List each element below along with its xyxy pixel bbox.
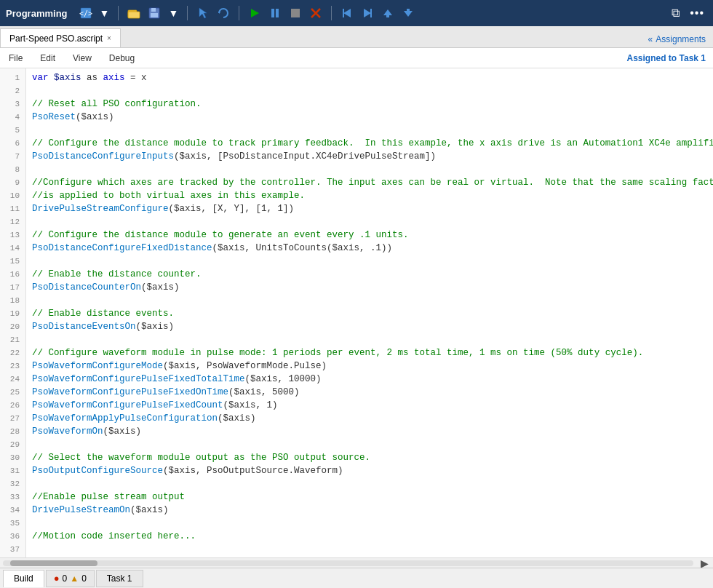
code-line-5[interactable] [32,124,713,137]
restore-window-btn[interactable]: ⧉ [669,5,682,21]
code-line-35[interactable] [32,517,713,530]
save-btn[interactable] [145,5,164,21]
step-up-btn[interactable] [378,5,397,21]
code-area[interactable]: 1234567891011121314151617181920212223242… [0,68,713,557]
tab-part-speed-pso[interactable]: Part-Speed PSO.ascript × [0,28,121,47]
save-dropdown-btn[interactable]: ▼ [165,6,181,20]
line-num-25: 25 [0,386,25,399]
line-num-31: 31 [0,464,25,477]
code-line-14[interactable]: PsoDistanceConfigureFixedDistance($axis,… [32,242,713,255]
code-line-23[interactable]: PsoWaveformConfigureMode($axis, PsoWavef… [32,359,713,373]
code-line-22[interactable]: // Configure waveform module in pulse mo… [32,346,713,359]
code-line-33[interactable]: //Enable pulse stream output [32,490,713,504]
line-num-10: 10 [0,189,25,202]
svg-rect-12 [291,9,300,17]
line-num-18: 18 [0,294,25,307]
task-tab[interactable]: Task 1 [96,570,143,587]
line-num-3: 3 [0,98,25,111]
code-line-11[interactable]: DrivePulseStreamConfigure($axis, [X, Y],… [32,202,713,215]
close-run-btn[interactable] [306,5,325,21]
tab-close-btn[interactable]: × [107,34,111,42]
line-num-11: 11 [0,202,25,215]
line-num-34: 34 [0,504,25,517]
code-line-19[interactable]: // Enable distance events. [32,307,713,320]
svg-marker-15 [343,9,351,17]
stop-btn[interactable] [286,5,305,21]
code-line-15[interactable] [32,255,713,268]
toolbar-script-group: </> ▼ [76,5,113,21]
toolbar-file-group: ▼ [124,5,181,21]
code-line-9[interactable]: //Configure which axes are tracked by th… [32,176,713,189]
code-line-36[interactable]: //Motion code inserted here... [32,530,713,543]
line-num-27: 27 [0,412,25,425]
code-line-34[interactable]: DrivePulseStreamOn($axis) [32,504,713,517]
title-bar: Programming </> ▼ ▼ [0,0,713,26]
svg-marker-21 [404,11,413,17]
code-line-3[interactable]: // Reset all PSO configuration. [32,98,713,111]
cursor-btn[interactable] [194,5,212,21]
step-back-btn[interactable] [338,5,356,21]
code-line-37[interactable] [32,543,713,556]
code-line-16[interactable]: // Enable the distance counter. [32,268,713,281]
code-line-10[interactable]: //is applied to both virtual axes in thi… [32,189,713,202]
more-options-btn[interactable]: ••• [687,5,707,21]
scrollbar-thumb[interactable] [10,560,97,566]
menu-edit[interactable]: Edit [31,50,64,66]
line-num-35: 35 [0,517,25,530]
code-content[interactable]: var $axis as axis = x // Reset all PSO c… [26,68,713,557]
code-line-8[interactable] [32,163,713,176]
pause-btn[interactable] [266,5,284,21]
code-line-30[interactable]: // Select the waveform module output as … [32,451,713,464]
play-btn[interactable] [245,5,264,21]
build-tab[interactable]: Build [3,570,44,587]
script-icon-btn[interactable]: </> [76,5,95,21]
code-line-1[interactable]: var $axis as axis = x [32,71,713,84]
code-line-7[interactable]: PsoDistanceConfigureInputs($axis, [PsoDi… [32,150,713,163]
menu-debug[interactable]: Debug [100,50,143,66]
horizontal-scrollbar[interactable]: ▶ [0,557,713,568]
code-line-13[interactable]: // Configure the distance module to gene… [32,229,713,242]
code-line-2[interactable] [32,84,713,98]
code-line-27[interactable]: PsoWaveformApplyPulseConfiguration($axis… [32,412,713,425]
assignments-link[interactable]: « Assignments [641,31,713,47]
code-line-4[interactable]: PsoReset($axis) [32,111,713,124]
code-line-28[interactable]: PsoWaveformOn($axis) [32,425,713,438]
line-num-6: 6 [0,137,25,150]
svg-rect-11 [276,9,279,17]
scrollbar-track[interactable] [3,560,693,566]
line-num-28: 28 [0,425,25,438]
menu-view[interactable]: View [64,50,100,66]
code-line-26[interactable]: PsoWaveformConfigurePulseFixedCount($axi… [32,399,713,412]
code-line-32[interactable] [32,477,713,490]
menu-file[interactable]: File [0,50,31,66]
code-line-25[interactable]: PsoWaveformConfigurePulseFixedOnTime($ax… [32,386,713,399]
svg-rect-16 [343,9,344,17]
line-num-5: 5 [0,124,25,137]
separator-4 [331,6,332,20]
error-count: 0 [63,573,68,584]
tab-label: Part-Speed PSO.ascript [9,33,103,44]
svg-marker-17 [364,9,371,17]
code-line-21[interactable] [32,333,713,346]
build-label: Build [14,573,33,584]
open-btn[interactable] [124,5,143,21]
toolbar-step-group [338,5,418,21]
line-num-32: 32 [0,477,25,490]
code-line-20[interactable]: PsoDistanceEventsOn($axis) [32,320,713,333]
code-line-31[interactable]: PsoOutputConfigureSource($axis, PsoOutpu… [32,464,713,477]
code-line-24[interactable]: PsoWaveformConfigurePulseFixedTotalTime(… [32,373,713,386]
code-line-12[interactable] [32,215,713,229]
step-fwd-btn[interactable] [358,5,377,21]
code-line-17[interactable]: PsoDistanceCounterOn($axis) [32,281,713,294]
code-line-6[interactable]: // Configure the distance module to trac… [32,137,713,150]
sync-btn[interactable] [214,5,233,21]
line-num-13: 13 [0,229,25,242]
code-line-18[interactable] [32,294,713,307]
step-dn-btn[interactable] [399,5,418,21]
line-num-22: 22 [0,346,25,359]
code-line-29[interactable] [32,438,713,451]
assignments-label: Assignments [656,34,706,44]
line-num-14: 14 [0,242,25,255]
script-dropdown-btn[interactable]: ▼ [97,6,113,20]
scroll-right-btn[interactable]: ▶ [696,556,713,568]
